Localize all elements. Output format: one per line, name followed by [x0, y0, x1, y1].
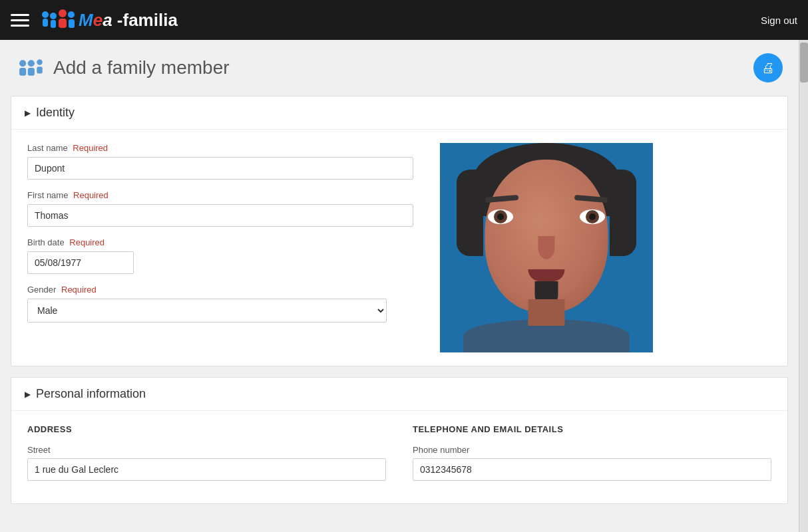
svg-point-10	[28, 60, 35, 66]
page-title-area: Add a family member	[16, 56, 230, 80]
main-content: Add a family member 🖨 ▶ Identity Last n	[0, 40, 799, 532]
personal-info-header[interactable]: ▶ Personal information	[11, 378, 787, 411]
svg-point-6	[68, 11, 75, 18]
page-title: Add a family member	[53, 57, 230, 78]
svg-point-0	[42, 11, 49, 18]
street-group: Street	[27, 445, 386, 481]
first-name-label: First name Required	[27, 190, 413, 200]
sign-out-button[interactable]: Sign out	[761, 15, 797, 26]
phone-group: Phone number	[413, 445, 771, 481]
scrollbar-track[interactable]	[799, 40, 808, 532]
last-name-required: Required	[73, 143, 108, 153]
svg-point-4	[59, 9, 67, 17]
personal-info-section: ▶ Personal information ADDRESS Street	[11, 377, 788, 504]
hamburger-menu[interactable]	[11, 14, 29, 27]
add-family-icon	[16, 56, 45, 80]
print-button[interactable]: 🖨	[753, 53, 783, 82]
first-name-input[interactable]	[27, 204, 413, 227]
first-name-required: Required	[73, 190, 108, 200]
personal-info-body: ADDRESS Street TELEPHONE AND EMAIL DETAI…	[11, 411, 787, 503]
info-columns: ADDRESS Street TELEPHONE AND EMAIL DETAI…	[27, 424, 771, 490]
scrollbar-thumb[interactable]	[800, 43, 808, 82]
svg-rect-11	[28, 68, 35, 76]
identity-form: Last name Required First name Required	[27, 143, 413, 352]
gender-group: Gender Required Male Female	[27, 285, 413, 323]
birth-date-input[interactable]	[27, 251, 134, 274]
identity-section-header[interactable]: ▶ Identity	[11, 96, 787, 130]
phone-input[interactable]	[413, 458, 771, 481]
svg-rect-9	[19, 68, 26, 76]
street-input[interactable]	[27, 458, 386, 481]
personal-info-section-title: Personal information	[36, 387, 146, 401]
svg-point-12	[37, 59, 42, 65]
identity-section-body: Last name Required First name Required	[11, 130, 787, 366]
svg-rect-5	[59, 19, 67, 28]
address-column: ADDRESS Street	[27, 424, 386, 490]
birth-date-label: Birth date Required	[27, 237, 413, 247]
svg-rect-1	[43, 19, 48, 27]
address-column-title: ADDRESS	[27, 424, 386, 434]
identity-section-title: Identity	[36, 106, 75, 120]
gender-required: Required	[61, 285, 97, 295]
logo-area: Mea -familia	[40, 8, 178, 32]
page-body: Add a family member 🖨 ▶ Identity Last n	[0, 40, 808, 532]
identity-section: ▶ Identity Last name Required	[11, 96, 788, 366]
identity-photo	[440, 143, 653, 352]
svg-rect-13	[37, 66, 42, 73]
street-label: Street	[27, 445, 386, 455]
svg-rect-3	[51, 20, 56, 28]
last-name-input[interactable]	[27, 157, 413, 180]
svg-point-2	[50, 13, 57, 19]
first-name-group: First name Required	[27, 190, 413, 227]
gender-label: Gender Required	[27, 285, 413, 295]
telephone-column-title: TELEPHONE AND EMAIL DETAILS	[413, 424, 771, 434]
header-left: Mea -familia	[11, 8, 178, 32]
app-header: Mea -familia Sign out	[0, 0, 808, 40]
last-name-label: Last name Required	[27, 143, 413, 153]
telephone-column: TELEPHONE AND EMAIL DETAILS Phone number	[413, 424, 771, 490]
personal-info-toggle-icon: ▶	[25, 390, 31, 399]
birth-date-group: Birth date Required	[27, 237, 413, 274]
app-name-text: Mea -familia	[79, 10, 178, 31]
svg-point-8	[19, 60, 26, 66]
page-header: Add a family member 🖨	[0, 40, 799, 96]
last-name-group: Last name Required	[27, 143, 413, 180]
identity-toggle-icon: ▶	[25, 108, 31, 118]
birth-date-required: Required	[69, 237, 104, 247]
phone-label: Phone number	[413, 445, 771, 455]
gender-select[interactable]: Male Female	[27, 299, 387, 323]
face-illustration	[440, 143, 653, 352]
logo-icon	[40, 8, 75, 32]
print-icon: 🖨	[761, 61, 775, 76]
identity-layout: Last name Required First name Required	[27, 143, 771, 352]
svg-rect-7	[69, 19, 75, 28]
